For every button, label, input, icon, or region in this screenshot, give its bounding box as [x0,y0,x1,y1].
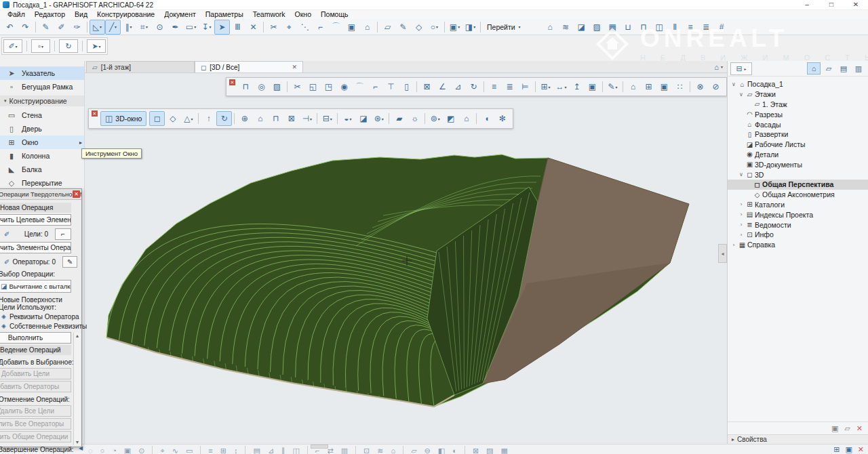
u-profile-icon[interactable]: ⊔ [620,20,636,35]
navigator-item[interactable]: ›≣Ведомости [728,220,868,230]
select-box-icon[interactable]: ⊞▾ [538,79,553,94]
undo-icon[interactable]: ↶ [2,20,18,35]
tool-slab[interactable]: ◇Перекрытие [0,176,84,190]
brush-icon[interactable]: ▰ [391,111,407,126]
view-cone-icon[interactable]: △▾ [180,111,196,126]
menu-item[interactable]: Окно [290,10,316,19]
status-icon[interactable]: ∿ [172,445,178,454]
align-right-icon[interactable]: ⊨ [517,79,533,94]
align-left-icon[interactable]: ≡ [486,79,502,94]
layout-book-icon[interactable]: ▤ [837,62,850,75]
palette-close-icon[interactable]: ✕ [73,190,80,198]
navigator-item[interactable]: ›▤Индексы Проекта [728,209,868,220]
copy-module-icon[interactable]: ▣ [656,79,672,94]
publisher-icon[interactable]: ▥ [852,62,865,75]
publish-home-icon[interactable]: ⌂ [458,111,474,126]
menu-item[interactable]: Помощь [316,10,353,19]
pick-up-icon[interactable]: ⌖ [281,20,297,35]
status-icon[interactable]: ↕ [234,445,238,454]
module-icon[interactable]: ⊞ [641,79,656,94]
tool-door[interactable]: ▯Дверь [0,122,84,136]
terrain-model[interactable] [85,73,727,444]
polygon-icon[interactable]: ◇ [411,20,427,35]
navigator-item[interactable]: ◪Рабочие Листы [728,140,868,150]
waves-icon[interactable]: ≋ [558,20,574,35]
navigator-item[interactable]: ∨◻3D [728,169,868,180]
teamwork-user-icon[interactable]: ✎ [38,20,54,35]
status-icon[interactable]: ▱ [411,445,416,454]
proj-side-icon[interactable]: ⊓ [268,111,283,126]
snap-grid-icon[interactable]: ⌗▾ [136,20,152,35]
paint-icon[interactable]: ⊓ [636,20,652,35]
scissors-icon[interactable]: ✂ [266,20,281,35]
status-icon[interactable]: ◫ [293,445,300,454]
arc-icon[interactable]: ⌒ [352,79,368,94]
status-icon[interactable]: ≋ [377,445,383,454]
chain-icon[interactable]: ▣ [585,79,600,94]
toolbar-close-icon[interactable]: ✕ [229,79,235,85]
navigator-item[interactable]: ›⊡Инфо [728,230,868,240]
goto-button[interactable]: Перейти▾ [483,22,525,32]
close-panel-icon[interactable]: ✕ [858,445,864,454]
photo-icon[interactable]: ▨ [269,79,285,94]
tab-floor-plan[interactable]: ▱ [1-й этаж] [86,61,195,73]
navigator-item[interactable]: ∨⌂Посадка_1 [728,79,868,89]
project-map-icon[interactable]: ⌂ [807,62,821,75]
navigator-item[interactable]: ◇Общая Аксонометрия [728,190,868,200]
anchor-icon[interactable]: ↧▾ [199,20,214,35]
close-navigator-icon[interactable]: ✕ [856,424,863,433]
status-icon[interactable]: ∥ [281,445,285,454]
navigator-item[interactable]: ▱1. Этаж [728,100,868,110]
link-a-icon[interactable]: ⊗ [692,79,708,94]
own-attributes-option[interactable]: ◈Собственные Реквизиты [0,321,71,331]
settings-3d-icon[interactable]: ✻ [494,111,510,126]
render-icon[interactable]: ◩ [443,111,458,126]
add-polygon-icon[interactable]: ◪ [355,111,371,126]
page-icon[interactable]: ▯ [399,79,414,94]
sun-shadow-icon[interactable]: ☼ [407,111,422,126]
status-icon[interactable]: ◧ [438,445,445,454]
grid-table-icon[interactable]: ▦ [605,20,620,35]
magic-wand-icon[interactable]: ⊛▾ [371,111,387,126]
home-story-icon[interactable]: ⌂ [359,20,375,35]
zoom-image-icon[interactable]: ◎ [254,79,269,94]
elevate-icon[interactable]: ↥ [569,79,585,94]
proj-perspective-icon[interactable]: ⊕ [237,111,252,126]
cutting-plane-icon[interactable]: ◒▾ [340,111,355,126]
open-folder-icon[interactable]: ▱ [844,424,850,433]
ramp-icon[interactable]: ⊿ [450,79,466,94]
no-box-icon[interactable]: ⊠ [419,79,435,94]
guide-lines-icon[interactable]: ∥▾ [121,20,136,35]
pencil-edit-icon[interactable]: ✎▾ [605,79,620,94]
status-icon[interactable]: ⌖ [160,445,164,454]
status-icon[interactable]: ⊠ [473,445,479,454]
toolbox-section-design-section[interactable]: ▾Конструирование [0,96,84,106]
status-icon[interactable]: ◔ [112,445,117,454]
draw-pencil-icon[interactable]: ✎ [395,20,411,35]
walk-icon[interactable]: ↑ [201,111,216,126]
corner-edit-icon[interactable]: ⌐ [368,79,383,94]
navigator-item[interactable]: ◉Детали [728,150,868,160]
search-icon[interactable]: ◉ [336,79,352,94]
menu-item[interactable]: Конструирование [92,10,159,19]
status-icon[interactable]: ≡ [208,445,212,454]
properties-section[interactable]: ▸ Свойства [728,434,868,444]
morph-icon[interactable]: ⌂ [542,20,558,35]
get-operator-elements-button[interactable]: Получить Элементы Операторов [0,242,71,253]
hotlink-home-icon[interactable]: ⌂ [625,79,641,94]
release-pen-icon[interactable]: ✑ [69,20,85,35]
frame-box-icon[interactable]: ◫ [652,20,667,35]
gravity-icon[interactable]: ⊙ [152,20,167,35]
tool-wall[interactable]: ▭Стена [0,108,84,122]
status-icon[interactable]: ⊙ [138,445,144,454]
columns-icon[interactable]: Ⅲ [230,20,245,35]
status-icon[interactable]: ○ [100,445,105,454]
dots-icon[interactable]: ∷ [672,79,688,94]
polygon-more-icon[interactable]: ○▾ [427,20,442,35]
link-b-icon[interactable]: ⊘ [708,79,724,94]
layers-icon[interactable]: ≣ [698,20,714,35]
targets-count-button[interactable]: ⌐ [55,228,71,240]
menu-item[interactable]: Вид [70,10,92,19]
orbit-icon[interactable]: ↻ [216,111,232,126]
execute-button[interactable]: Выполнить [0,332,71,344]
